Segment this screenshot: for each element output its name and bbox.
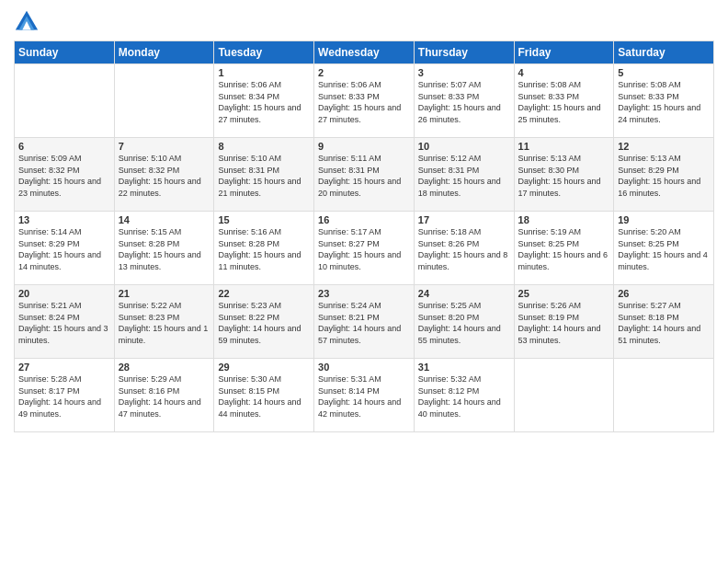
day-cell: 20Sunrise: 5:21 AM Sunset: 8:24 PM Dayli… [15,285,115,359]
day-number: 18 [518,214,610,225]
day-cell: 19Sunrise: 5:20 AM Sunset: 8:25 PM Dayli… [614,212,714,285]
day-number: 10 [418,141,510,152]
day-number: 15 [218,214,310,225]
weekday-header-saturday: Saturday [614,41,714,64]
day-info: Sunrise: 5:20 AM Sunset: 8:25 PM Dayligh… [618,226,710,272]
day-number: 5 [618,67,710,78]
day-info: Sunrise: 5:18 AM Sunset: 8:26 PM Dayligh… [418,226,510,272]
day-cell: 31Sunrise: 5:32 AM Sunset: 8:12 PM Dayli… [414,359,514,432]
day-cell [15,64,115,138]
day-cell: 1Sunrise: 5:06 AM Sunset: 8:34 PM Daylig… [214,64,314,138]
day-cell: 3Sunrise: 5:07 AM Sunset: 8:33 PM Daylig… [414,64,514,138]
day-info: Sunrise: 5:30 AM Sunset: 8:15 PM Dayligh… [218,373,310,419]
day-info: Sunrise: 5:08 AM Sunset: 8:33 PM Dayligh… [518,79,610,125]
day-cell [114,64,214,138]
day-info: Sunrise: 5:19 AM Sunset: 8:25 PM Dayligh… [518,226,610,272]
day-cell: 17Sunrise: 5:18 AM Sunset: 8:26 PM Dayli… [414,212,514,285]
day-info: Sunrise: 5:31 AM Sunset: 8:14 PM Dayligh… [318,373,410,419]
day-number: 16 [318,214,410,225]
weekday-header-monday: Monday [114,41,214,64]
day-number: 26 [618,288,710,299]
weekday-header-sunday: Sunday [15,41,115,64]
day-cell: 6Sunrise: 5:09 AM Sunset: 8:32 PM Daylig… [15,138,115,212]
day-cell: 15Sunrise: 5:16 AM Sunset: 8:28 PM Dayli… [214,212,314,285]
day-info: Sunrise: 5:23 AM Sunset: 8:22 PM Dayligh… [218,300,310,346]
week-row-2: 6Sunrise: 5:09 AM Sunset: 8:32 PM Daylig… [15,138,714,212]
day-cell: 27Sunrise: 5:28 AM Sunset: 8:17 PM Dayli… [15,359,115,432]
day-info: Sunrise: 5:22 AM Sunset: 8:23 PM Dayligh… [119,300,210,346]
day-number: 20 [18,288,110,299]
day-cell [614,359,714,432]
day-cell: 12Sunrise: 5:13 AM Sunset: 8:29 PM Dayli… [614,138,714,212]
day-info: Sunrise: 5:12 AM Sunset: 8:31 PM Dayligh… [418,153,510,199]
week-row-3: 13Sunrise: 5:14 AM Sunset: 8:29 PM Dayli… [15,212,714,285]
day-cell: 2Sunrise: 5:06 AM Sunset: 8:33 PM Daylig… [314,64,415,138]
day-cell: 29Sunrise: 5:30 AM Sunset: 8:15 PM Dayli… [214,359,314,432]
day-info: Sunrise: 5:09 AM Sunset: 8:32 PM Dayligh… [18,153,110,199]
day-cell: 13Sunrise: 5:14 AM Sunset: 8:29 PM Dayli… [15,212,115,285]
calendar: SundayMondayTuesdayWednesdayThursdayFrid… [14,40,714,432]
day-number: 3 [418,67,510,78]
day-cell: 16Sunrise: 5:17 AM Sunset: 8:27 PM Dayli… [314,212,415,285]
day-number: 8 [218,141,310,152]
day-number: 21 [119,288,210,299]
day-info: Sunrise: 5:07 AM Sunset: 8:33 PM Dayligh… [418,79,510,125]
day-info: Sunrise: 5:10 AM Sunset: 8:31 PM Dayligh… [218,153,310,199]
day-info: Sunrise: 5:10 AM Sunset: 8:32 PM Dayligh… [119,153,210,199]
week-row-4: 20Sunrise: 5:21 AM Sunset: 8:24 PM Dayli… [15,285,714,359]
day-number: 31 [418,362,510,373]
day-number: 17 [418,214,510,225]
day-number: 14 [119,214,210,225]
day-number: 22 [218,288,310,299]
week-row-1: 1Sunrise: 5:06 AM Sunset: 8:34 PM Daylig… [15,64,714,138]
day-number: 6 [18,141,110,152]
day-info: Sunrise: 5:13 AM Sunset: 8:30 PM Dayligh… [518,153,610,199]
day-cell: 9Sunrise: 5:11 AM Sunset: 8:31 PM Daylig… [314,138,415,212]
day-cell: 25Sunrise: 5:26 AM Sunset: 8:19 PM Dayli… [514,285,614,359]
day-info: Sunrise: 5:06 AM Sunset: 8:33 PM Dayligh… [318,79,410,125]
day-info: Sunrise: 5:16 AM Sunset: 8:28 PM Dayligh… [218,226,310,272]
day-cell: 11Sunrise: 5:13 AM Sunset: 8:30 PM Dayli… [514,138,614,212]
day-number: 1 [218,67,310,78]
day-number: 11 [518,141,610,152]
day-cell: 23Sunrise: 5:24 AM Sunset: 8:21 PM Dayli… [314,285,415,359]
weekday-header-thursday: Thursday [414,41,514,64]
day-info: Sunrise: 5:06 AM Sunset: 8:34 PM Dayligh… [218,79,310,125]
day-info: Sunrise: 5:27 AM Sunset: 8:18 PM Dayligh… [618,300,710,346]
day-number: 23 [318,288,410,299]
day-info: Sunrise: 5:25 AM Sunset: 8:20 PM Dayligh… [418,300,510,346]
day-number: 9 [318,141,410,152]
day-info: Sunrise: 5:32 AM Sunset: 8:12 PM Dayligh… [418,373,510,419]
day-cell: 7Sunrise: 5:10 AM Sunset: 8:32 PM Daylig… [114,138,214,212]
day-info: Sunrise: 5:17 AM Sunset: 8:27 PM Dayligh… [318,226,410,272]
day-cell: 4Sunrise: 5:08 AM Sunset: 8:33 PM Daylig… [514,64,614,138]
day-number: 30 [318,362,410,373]
day-cell: 21Sunrise: 5:22 AM Sunset: 8:23 PM Dayli… [114,285,214,359]
day-cell: 28Sunrise: 5:29 AM Sunset: 8:16 PM Dayli… [114,359,214,432]
day-cell: 24Sunrise: 5:25 AM Sunset: 8:20 PM Dayli… [414,285,514,359]
day-number: 19 [618,214,710,225]
day-cell: 5Sunrise: 5:08 AM Sunset: 8:33 PM Daylig… [614,64,714,138]
day-cell: 14Sunrise: 5:15 AM Sunset: 8:28 PM Dayli… [114,212,214,285]
day-info: Sunrise: 5:29 AM Sunset: 8:16 PM Dayligh… [119,373,210,419]
day-cell [514,359,614,432]
day-number: 29 [218,362,310,373]
day-number: 24 [418,288,510,299]
day-info: Sunrise: 5:26 AM Sunset: 8:19 PM Dayligh… [518,300,610,346]
logo [14,9,43,35]
day-number: 13 [18,214,110,225]
day-info: Sunrise: 5:08 AM Sunset: 8:33 PM Dayligh… [618,79,710,125]
day-info: Sunrise: 5:15 AM Sunset: 8:28 PM Dayligh… [119,226,210,272]
weekday-header-wednesday: Wednesday [314,41,415,64]
day-cell: 30Sunrise: 5:31 AM Sunset: 8:14 PM Dayli… [314,359,415,432]
day-number: 4 [518,67,610,78]
page: SundayMondayTuesdayWednesdayThursdayFrid… [0,0,728,563]
logo-icon [14,9,40,35]
day-number: 7 [119,141,210,152]
day-cell: 22Sunrise: 5:23 AM Sunset: 8:22 PM Dayli… [214,285,314,359]
day-cell: 18Sunrise: 5:19 AM Sunset: 8:25 PM Dayli… [514,212,614,285]
day-info: Sunrise: 5:13 AM Sunset: 8:29 PM Dayligh… [618,153,710,199]
day-cell: 26Sunrise: 5:27 AM Sunset: 8:18 PM Dayli… [614,285,714,359]
weekday-header-friday: Friday [514,41,614,64]
day-info: Sunrise: 5:11 AM Sunset: 8:31 PM Dayligh… [318,153,410,199]
